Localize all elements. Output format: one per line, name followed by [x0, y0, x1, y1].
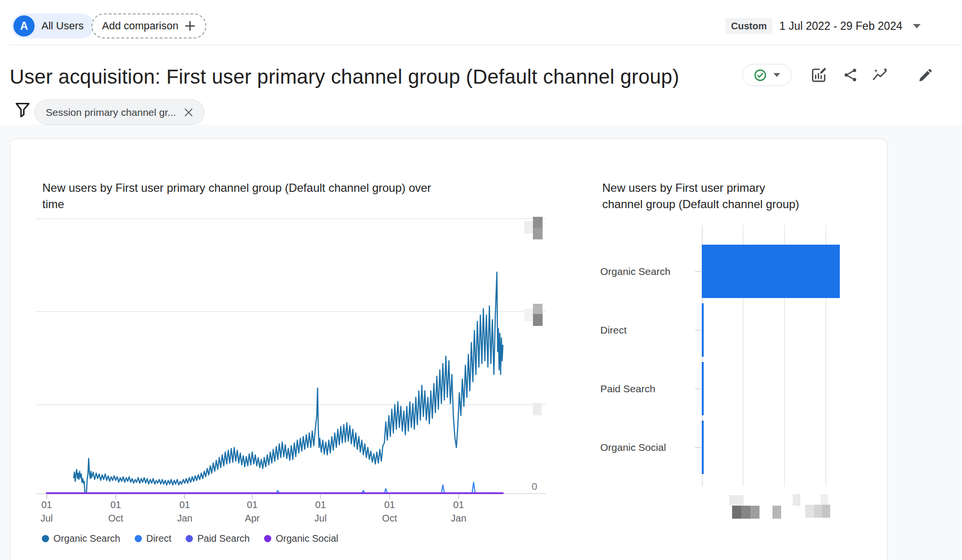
check-circle-icon [754, 69, 767, 82]
filter-chip-label: Session primary channel gr... [46, 107, 176, 118]
bar-chart-title: New users by First user primary channel … [602, 180, 872, 212]
redacted-axis-value [793, 494, 800, 506]
x-axis-tick-label: 01 [41, 499, 52, 510]
x-axis-ticks: 01Jul01Oct01Jan01Apr01Jul01Oct01Jan [40, 495, 466, 523]
redacted-axis-value [533, 403, 542, 415]
legend-label: Organic Search [53, 533, 120, 544]
plus-icon [184, 20, 196, 32]
share-report-button[interactable] [838, 62, 863, 87]
report-content-area: New users by First user primary channel … [0, 125, 962, 560]
legend-item: Organic Search [42, 533, 120, 544]
insights-sparkline-icon [872, 67, 889, 83]
customize-report-icon [810, 67, 827, 83]
x-axis-tick-label: Apr [245, 513, 260, 523]
x-axis-tick-label: Oct [108, 513, 124, 523]
active-filter-chip[interactable]: Session primary channel gr... [35, 100, 204, 125]
redacted-axis-value [533, 314, 543, 326]
edit-report-button[interactable] [912, 62, 937, 87]
redacted-axis-value [524, 309, 533, 321]
legend-item: Organic Social [264, 533, 338, 544]
redacted-axis-value [805, 505, 814, 518]
segment-avatar: A [13, 15, 35, 37]
legend-dot-icon [264, 535, 271, 542]
bar-chart-title-line1: New users by First user primary [602, 180, 872, 196]
x-axis-tick-label: 01 [453, 499, 464, 510]
y-axis-zero-label: 0 [532, 481, 537, 492]
comparison-toolbar: A All Users Add comparison Custom 1 Jul … [0, 0, 962, 45]
bar-category-label: Organic Social [600, 441, 696, 454]
x-axis-tick-label: Oct [382, 513, 397, 523]
date-range-picker[interactable]: Custom 1 Jul 2022 - 29 Feb 2024 [725, 13, 921, 38]
x-axis-tick-label: 01 [315, 499, 326, 510]
bar-axis-tick [695, 271, 701, 272]
share-icon [843, 67, 858, 83]
charts-card: New users by First user primary channel … [10, 138, 887, 560]
ga4-report-page: A All Users Add comparison Custom 1 Jul … [0, 0, 962, 560]
series-line-direct [47, 482, 503, 493]
redacted-axis-value [524, 221, 533, 234]
page-title: User acquisition: First user primary cha… [10, 65, 679, 88]
legend-item: Paid Search [186, 533, 250, 544]
report-status-dropdown[interactable] [742, 64, 792, 86]
bar-chart-title-line2: channel group (Default channel group) [602, 196, 872, 212]
redacted-axis-value [741, 506, 750, 519]
x-axis-tick-label: 01 [110, 499, 121, 510]
redacted-axis-value [822, 505, 830, 518]
redacted-axis-value [533, 217, 543, 228]
chevron-down-icon [913, 24, 921, 28]
x-axis-tick-label: Jul [315, 513, 327, 523]
date-range-type-badge: Custom [725, 18, 772, 34]
pencil-icon [917, 67, 932, 83]
line-chart: 01Jul01Oct01Jan01Apr01Jul01Oct01Jan 0 [10, 139, 587, 560]
redacted-axis-value [772, 506, 781, 519]
x-axis-tick-label: Jul [40, 513, 53, 523]
bar-organic-social [702, 421, 704, 474]
filter-funnel-icon [14, 101, 31, 122]
customize-report-button[interactable] [806, 62, 831, 87]
x-axis-tick-label: Jan [177, 513, 192, 523]
line-chart-legend: Organic SearchDirectPaid SearchOrganic S… [42, 533, 338, 544]
header-action-icons [806, 62, 941, 87]
bar-axis-tick [695, 388, 701, 389]
legend-item: Direct [135, 533, 171, 544]
bar-paid-search [702, 362, 704, 415]
add-comparison-button[interactable]: Add comparison [91, 13, 206, 38]
redacted-axis-value [732, 506, 741, 519]
redacted-axis-value [729, 495, 744, 506]
legend-dot-icon [135, 535, 142, 542]
all-users-label: All Users [41, 20, 84, 32]
legend-dot-icon [186, 535, 193, 542]
legend-label: Direct [146, 533, 171, 544]
redacted-axis-value [821, 494, 828, 505]
series-line-organic-search [74, 272, 503, 493]
x-axis-tick-label: Jan [451, 513, 466, 523]
bar-category-label: Organic Search [600, 265, 696, 278]
toolbar-divider [9, 45, 962, 45]
redacted-axis-value [750, 506, 759, 519]
chevron-down-icon [773, 73, 780, 77]
redacted-axis-value [814, 505, 822, 518]
bar-category-label: Direct [600, 324, 696, 336]
bar-axis-tick [695, 447, 701, 448]
legend-label: Organic Social [276, 533, 338, 544]
x-axis-tick-label: 01 [179, 499, 190, 510]
bar-direct [702, 303, 704, 357]
redacted-axis-value [533, 304, 543, 314]
legend-dot-icon [42, 535, 49, 542]
insights-button[interactable] [868, 62, 893, 87]
add-comparison-label: Add comparison [102, 20, 178, 32]
bar-axis-tick [695, 330, 701, 331]
legend-label: Paid Search [197, 533, 250, 544]
close-icon[interactable] [183, 107, 194, 118]
all-users-segment-chip[interactable]: A All Users [12, 13, 94, 38]
line-series [47, 272, 503, 493]
x-axis-tick-label: 01 [247, 499, 257, 510]
date-range-text: 1 Jul 2022 - 29 Feb 2024 [779, 20, 902, 33]
bar-organic-search [702, 245, 840, 298]
redacted-axis-value [533, 228, 543, 239]
bar-category-label: Paid Search [600, 383, 696, 395]
x-axis-tick-label: 01 [384, 499, 395, 510]
